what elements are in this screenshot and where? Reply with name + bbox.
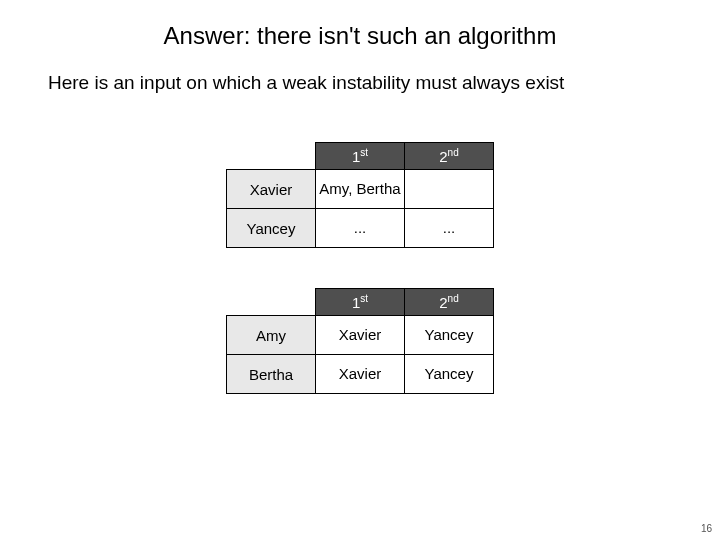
tables-container: 1st 2nd Xavier Amy, Bertha Yancey ... ..… (0, 142, 720, 394)
table-cell: Yancey (405, 355, 494, 394)
men-pref-table: 1st 2nd Xavier Amy, Bertha Yancey ... ..… (226, 142, 494, 248)
table-cell: Xavier (316, 355, 405, 394)
col-first-suf: st (360, 293, 368, 304)
row-header: Amy (227, 316, 316, 355)
women-pref-table: 1st 2nd Amy Xavier Yancey Bertha Xavier … (226, 288, 494, 394)
table-cell: ... (316, 209, 405, 248)
col-header-first: 1st (316, 289, 405, 316)
table-cell: Xavier (316, 316, 405, 355)
col-header-second: 2nd (405, 143, 494, 170)
table-cell: Amy, Bertha (316, 170, 405, 209)
table-cell: ... (405, 209, 494, 248)
col-second-num: 2 (439, 148, 447, 165)
col-second-num: 2 (439, 294, 447, 311)
col-first-suf: st (360, 147, 368, 158)
table-row: Yancey ... ... (227, 209, 494, 248)
row-header: Bertha (227, 355, 316, 394)
table-row: Bertha Xavier Yancey (227, 355, 494, 394)
table-cell: Yancey (405, 316, 494, 355)
table-corner (227, 143, 316, 170)
slide: Answer: there isn't such an algorithm He… (0, 0, 720, 540)
table-corner (227, 289, 316, 316)
col-header-first: 1st (316, 143, 405, 170)
row-header: Yancey (227, 209, 316, 248)
col-header-second: 2nd (405, 289, 494, 316)
slide-title: Answer: there isn't such an algorithm (0, 0, 720, 50)
page-number: 16 (701, 523, 712, 534)
row-header: Xavier (227, 170, 316, 209)
table-cell (405, 170, 494, 209)
table-row: Xavier Amy, Bertha (227, 170, 494, 209)
col-second-suf: nd (448, 147, 459, 158)
table-row: Amy Xavier Yancey (227, 316, 494, 355)
slide-subtitle: Here is an input on which a weak instabi… (0, 50, 720, 94)
col-second-suf: nd (448, 293, 459, 304)
